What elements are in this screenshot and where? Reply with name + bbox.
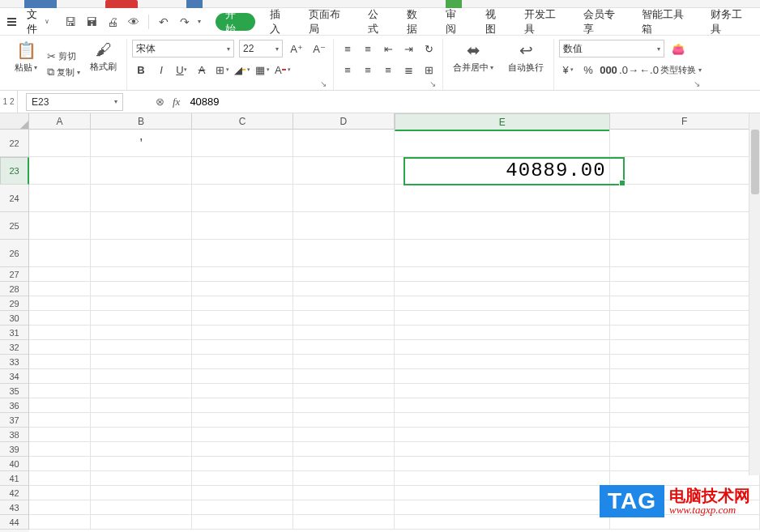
number-dialog-launcher[interactable]: ↘ bbox=[694, 79, 700, 88]
cell[interactable] bbox=[395, 515, 609, 530]
cell[interactable] bbox=[29, 311, 91, 326]
decrease-indent-button[interactable]: ⇤ bbox=[379, 40, 397, 57]
row-header[interactable]: 32 bbox=[0, 340, 29, 355]
cell[interactable] bbox=[192, 457, 293, 471]
row-header[interactable]: 33 bbox=[0, 355, 29, 369]
cell[interactable] bbox=[610, 398, 760, 413]
cell[interactable] bbox=[395, 340, 609, 355]
decrease-decimal-button[interactable]: ←.0 bbox=[640, 61, 658, 79]
cell[interactable] bbox=[91, 282, 192, 296]
cell[interactable] bbox=[91, 500, 192, 515]
cell[interactable] bbox=[293, 442, 395, 457]
cell[interactable] bbox=[293, 185, 395, 212]
cell[interactable] bbox=[395, 428, 609, 442]
cell[interactable] bbox=[29, 130, 91, 157]
cell[interactable] bbox=[192, 355, 293, 369]
row-header[interactable]: 37 bbox=[0, 413, 29, 428]
cell[interactable] bbox=[395, 369, 609, 384]
cell[interactable] bbox=[29, 185, 91, 212]
row-header[interactable]: 44 bbox=[0, 515, 29, 530]
copy-button[interactable]: ⧉复制▾ bbox=[47, 66, 80, 79]
cell[interactable] bbox=[192, 157, 293, 185]
align-dialog-launcher[interactable]: ↘ bbox=[429, 79, 436, 88]
cell[interactable] bbox=[192, 240, 293, 267]
paste-button[interactable]: 📋 粘贴▾ bbox=[10, 39, 42, 90]
cell[interactable] bbox=[192, 282, 293, 296]
file-menu[interactable]: 文件 ∨ bbox=[22, 5, 54, 39]
fill-color-button[interactable]: ◢ bbox=[233, 61, 251, 79]
cell[interactable] bbox=[29, 442, 91, 457]
cell[interactable] bbox=[395, 500, 609, 515]
hamburger-icon[interactable] bbox=[5, 15, 19, 28]
cell[interactable] bbox=[91, 355, 192, 369]
cell[interactable] bbox=[91, 267, 192, 282]
cell[interactable] bbox=[192, 398, 293, 413]
cell[interactable] bbox=[91, 398, 192, 413]
column-header[interactable]: C bbox=[192, 113, 293, 130]
cell[interactable] bbox=[91, 240, 192, 267]
cell[interactable] bbox=[293, 428, 395, 442]
cell[interactable] bbox=[610, 457, 760, 471]
cell[interactable] bbox=[192, 326, 293, 340]
tab-start[interactable]: 开始 bbox=[216, 13, 254, 31]
font-size-select[interactable]: 22▾ bbox=[239, 40, 283, 57]
cell[interactable] bbox=[395, 471, 609, 486]
cell[interactable] bbox=[610, 326, 760, 340]
comma-button[interactable]: 000 bbox=[600, 61, 617, 79]
cell[interactable] bbox=[29, 240, 91, 267]
align-right-button[interactable]: ≡ bbox=[379, 61, 397, 79]
cell[interactable] bbox=[293, 212, 395, 240]
cell[interactable] bbox=[610, 130, 760, 157]
cell[interactable]: 40889.00 bbox=[395, 157, 609, 185]
font-dialog-launcher[interactable]: ↘ bbox=[320, 79, 327, 88]
cell[interactable] bbox=[192, 428, 293, 442]
cell[interactable] bbox=[91, 413, 192, 428]
undo-icon[interactable]: ↶ bbox=[156, 14, 172, 30]
row-header[interactable]: 43 bbox=[0, 500, 29, 515]
print-icon[interactable]: 🖨 bbox=[105, 14, 121, 30]
cell[interactable] bbox=[29, 369, 91, 384]
cell[interactable] bbox=[29, 282, 91, 296]
column-header[interactable]: F bbox=[610, 113, 760, 130]
cell[interactable]: ' bbox=[91, 130, 192, 157]
cell[interactable] bbox=[293, 311, 395, 326]
tab-data[interactable]: 数据 bbox=[402, 8, 431, 35]
cell[interactable] bbox=[29, 457, 91, 471]
cell[interactable] bbox=[91, 212, 192, 240]
cell[interactable] bbox=[91, 340, 192, 355]
row-header[interactable]: 42 bbox=[0, 486, 29, 500]
row-header[interactable]: 27 bbox=[0, 267, 29, 282]
fx-icon[interactable]: fx bbox=[173, 96, 180, 109]
merge-center-button[interactable]: ⬌ 合并居中▾ bbox=[448, 39, 498, 90]
cell[interactable] bbox=[395, 130, 609, 157]
cut-button[interactable]: ✂剪切 bbox=[47, 50, 80, 62]
cell[interactable] bbox=[192, 311, 293, 326]
cell[interactable] bbox=[192, 442, 293, 457]
cell[interactable] bbox=[293, 471, 395, 486]
cell[interactable] bbox=[29, 212, 91, 240]
row-header[interactable]: 35 bbox=[0, 384, 29, 398]
cell[interactable] bbox=[192, 130, 293, 157]
cell[interactable] bbox=[610, 311, 760, 326]
cell[interactable] bbox=[395, 311, 609, 326]
cell[interactable] bbox=[91, 326, 192, 340]
cell[interactable] bbox=[293, 157, 395, 185]
cell[interactable] bbox=[610, 413, 760, 428]
cell[interactable] bbox=[29, 326, 91, 340]
cell[interactable] bbox=[293, 515, 395, 530]
cell[interactable] bbox=[192, 296, 293, 311]
formula-input[interactable] bbox=[188, 94, 760, 109]
row-header[interactable]: 30 bbox=[0, 311, 29, 326]
cell[interactable] bbox=[395, 384, 609, 398]
cell[interactable] bbox=[610, 296, 760, 311]
cell[interactable] bbox=[192, 486, 293, 500]
row-header[interactable]: 31 bbox=[0, 326, 29, 340]
cell[interactable] bbox=[610, 369, 760, 384]
cell[interactable] bbox=[192, 212, 293, 240]
row-header[interactable]: 26 bbox=[0, 240, 29, 267]
cell[interactable] bbox=[395, 282, 609, 296]
cell[interactable] bbox=[29, 267, 91, 282]
cell[interactable] bbox=[91, 486, 192, 500]
align-center-button[interactable]: ≡ bbox=[359, 61, 377, 79]
cell[interactable] bbox=[91, 457, 192, 471]
